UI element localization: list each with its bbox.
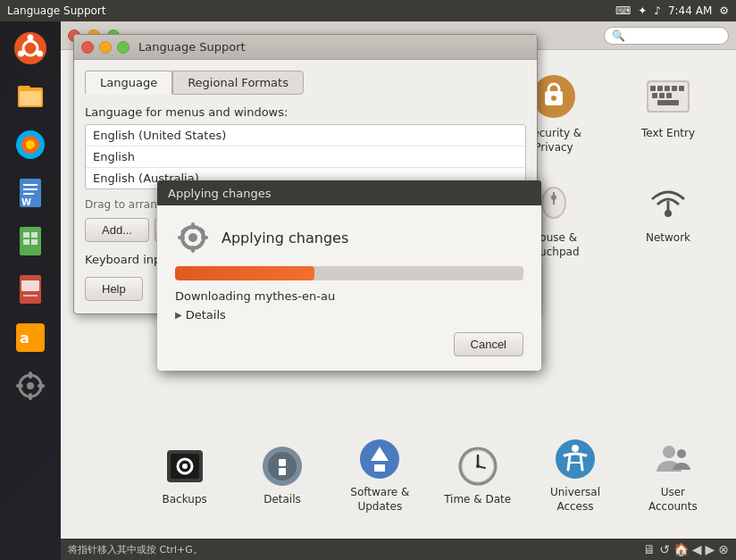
svg-rect-30 — [16, 384, 23, 388]
volume-indicator[interactable]: ♪ — [654, 4, 661, 17]
applying-body: Applying changes Downloading mythes-en-a… — [157, 205, 541, 371]
svg-rect-54 — [191, 222, 195, 230]
details-label[interactable]: Details — [186, 308, 226, 322]
svg-rect-45 — [666, 93, 672, 98]
svg-rect-6 — [18, 86, 30, 91]
svg-rect-39 — [657, 86, 663, 91]
cancel-button[interactable]: Cancel — [454, 332, 523, 356]
applying-title: Applying changes — [168, 187, 272, 200]
svg-rect-28 — [29, 372, 32, 379]
taskbar: 将指针移入其中或按 Ctrl+G。 🖥 ↺ 🏠 ◀ ▶ ⊗ — [61, 539, 736, 560]
svg-point-51 — [665, 210, 672, 217]
settings-item-network-label: Network — [646, 231, 690, 246]
sidebar-item-amazon[interactable]: a — [7, 314, 54, 361]
tab-regional-formats[interactable]: Regional Formats — [172, 71, 304, 95]
sidebar-item-writer[interactable]: W — [7, 170, 54, 216]
downloading-text: Downloading mythes-en-au — [175, 289, 523, 303]
taskbar-icon-6[interactable]: ⊗ — [718, 542, 729, 556]
software-updates-label: Software &Updates — [350, 486, 409, 514]
desktop: W a — [0, 21, 736, 560]
bottom-item-software-updates[interactable]: Software &Updates — [331, 432, 429, 517]
settings-item-text-entry[interactable]: Text Entry — [615, 64, 722, 162]
taskbar-icon-5[interactable]: ▶ — [705, 542, 715, 556]
svg-point-75 — [572, 445, 579, 452]
svg-rect-55 — [191, 246, 195, 253]
bluetooth-indicator[interactable]: ✦ — [638, 4, 647, 17]
sidebar-item-impress[interactable] — [7, 266, 54, 313]
top-bar: Language Support ⌨ ✦ ♪ 7:44 AM ⚙ — [0, 0, 736, 21]
svg-rect-12 — [23, 184, 38, 186]
lang-titlebar: Language Support — [74, 35, 537, 60]
svg-rect-57 — [201, 236, 208, 239]
svg-text:W: W — [21, 197, 31, 207]
details-label: Details — [263, 493, 301, 507]
settings-indicator[interactable]: ⚙ — [719, 4, 729, 17]
universal-access-icon — [552, 436, 598, 482]
svg-rect-13 — [23, 188, 38, 190]
software-updates-icon — [356, 436, 403, 482]
svg-point-76 — [663, 446, 675, 458]
svg-point-27 — [27, 382, 34, 389]
settings-search[interactable]: 🔍 — [604, 27, 729, 45]
svg-rect-19 — [23, 239, 29, 245]
sidebar-item-system-settings[interactable] — [7, 363, 54, 409]
settings-item-network[interactable]: Network — [615, 169, 722, 266]
svg-rect-16 — [20, 227, 41, 255]
taskbar-icon-1[interactable]: 🖥 — [643, 542, 656, 556]
taskbar-icon-3[interactable]: 🏠 — [673, 542, 689, 556]
time-display: 7:44 AM — [668, 4, 712, 17]
bottom-item-universal-access[interactable]: UniversalAccess — [526, 432, 623, 517]
universal-access-label: UniversalAccess — [550, 486, 600, 514]
svg-rect-56 — [178, 236, 185, 239]
lang-list-item-0[interactable]: English (United States) — [86, 125, 525, 146]
svg-rect-22 — [21, 280, 39, 291]
user-accounts-label: UserAccounts — [648, 486, 698, 514]
tab-language[interactable]: Language — [85, 71, 172, 95]
svg-point-63 — [182, 464, 188, 469]
svg-point-50 — [551, 195, 556, 200]
svg-point-3 — [18, 51, 24, 57]
sidebar-item-calc[interactable] — [7, 218, 54, 264]
svg-point-53 — [188, 233, 197, 242]
details-row[interactable]: ▶ Details — [175, 308, 523, 322]
bottom-item-details[interactable]: Details — [233, 439, 330, 511]
bottom-item-time-date[interactable]: Time & Date — [429, 439, 526, 511]
top-bar-right: ⌨ ✦ ♪ 7:44 AM ⚙ — [615, 4, 729, 17]
bottom-item-user-accounts[interactable]: UserAccounts — [624, 432, 722, 517]
details-arrow-icon: ▶ — [175, 310, 182, 320]
network-icon — [643, 176, 693, 226]
lang-close-btn[interactable] — [81, 41, 94, 54]
search-icon: 🔍 — [612, 29, 625, 42]
sidebar-item-files[interactable] — [7, 73, 54, 120]
help-button[interactable]: Help — [85, 277, 143, 301]
svg-rect-18 — [31, 232, 38, 238]
bottom-icons-row: Backups Details — [121, 435, 736, 515]
lang-section-label: Language for menus and windows: — [85, 105, 526, 119]
time-date-icon — [455, 443, 501, 489]
add-language-button[interactable]: Add... — [85, 218, 149, 242]
taskbar-icon-2[interactable]: ↺ — [659, 542, 670, 556]
sidebar-item-ubuntu[interactable] — [7, 25, 54, 71]
lang-list-item-1[interactable]: English — [86, 146, 525, 168]
settings-background: 🔍 Security &Privacy — [61, 21, 736, 539]
bottom-item-backups[interactable]: Backups — [136, 439, 233, 511]
progress-bar-fill — [175, 266, 314, 280]
keyboard-indicator[interactable]: ⌨ — [615, 4, 631, 17]
applying-header-row: Applying changes — [175, 220, 523, 255]
progress-bar-track — [175, 266, 523, 280]
svg-rect-44 — [659, 93, 665, 98]
applying-gear-icon — [175, 220, 211, 255]
backups-icon — [162, 443, 208, 489]
sidebar-item-firefox[interactable] — [7, 121, 54, 168]
svg-rect-23 — [23, 295, 38, 297]
lang-tabs: Language Regional Formats — [85, 71, 526, 95]
status-hint-text: 将指针移入其中或按 Ctrl+G。 — [68, 543, 203, 556]
svg-rect-42 — [679, 86, 684, 91]
svg-rect-14 — [23, 193, 34, 195]
time-date-label: Time & Date — [444, 493, 511, 507]
lang-max-btn[interactable] — [117, 41, 130, 54]
taskbar-icon-4[interactable]: ◀ — [692, 542, 702, 556]
lang-min-btn[interactable] — [99, 41, 112, 54]
svg-rect-17 — [23, 232, 29, 238]
svg-rect-43 — [652, 93, 657, 98]
